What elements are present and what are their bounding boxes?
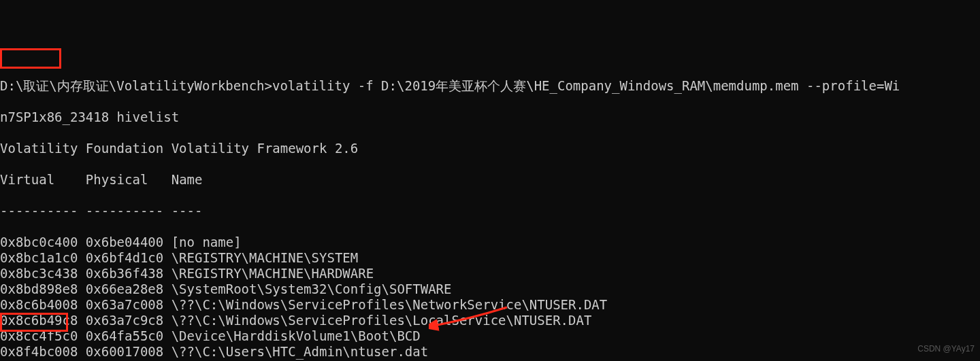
- table-row: 0x8bc3c438 0x6b36f438 \REGISTRY\MACHINE\…: [0, 266, 980, 281]
- table-row: 0x8c6b49c8 0x63a7c9c8 \??\C:\Windows\Ser…: [0, 313, 980, 328]
- header-row: Virtual Physical Name: [0, 172, 980, 188]
- header-virtual: Virtual: [0, 172, 54, 187]
- table-row: 0x8cc4f5c0 0x64fa55c0 \Device\HarddiskVo…: [0, 328, 980, 344]
- separator-row: ---------- ---------- ----: [0, 203, 980, 219]
- table-row: 0x8bc0c400 0x6be04400 [no name]: [0, 235, 980, 250]
- table-row: 0x8f4bc008 0x60017008 \??\C:\Users\HTC_A…: [0, 344, 980, 360]
- command-line-1: D:\取证\内存取证\VolatilityWorkbench>volatilit…: [0, 78, 980, 94]
- command-line-2: n7SP1x86_23418 hivelist: [0, 109, 980, 125]
- rows-container: 0x8bc0c400 0x6be04400 [no name]0x8bc1a1c…: [0, 235, 980, 361]
- terminal-output: D:\取证\内存取证\VolatilityWorkbench>volatilit…: [0, 63, 980, 361]
- header-name: Name: [172, 172, 203, 187]
- header-physical: Physical: [86, 172, 148, 187]
- banner-line: Volatility Foundation Volatility Framewo…: [0, 141, 980, 156]
- table-row: 0x8bc1a1c0 0x6bf4d1c0 \REGISTRY\MACHINE\…: [0, 250, 980, 266]
- table-row: 0x8c6b4008 0x63a7c008 \??\C:\Windows\Ser…: [0, 297, 980, 313]
- watermark: CSDN @YAy17: [917, 341, 975, 357]
- table-row: 0x8bd898e8 0x66ea28e8 \SystemRoot\System…: [0, 281, 980, 297]
